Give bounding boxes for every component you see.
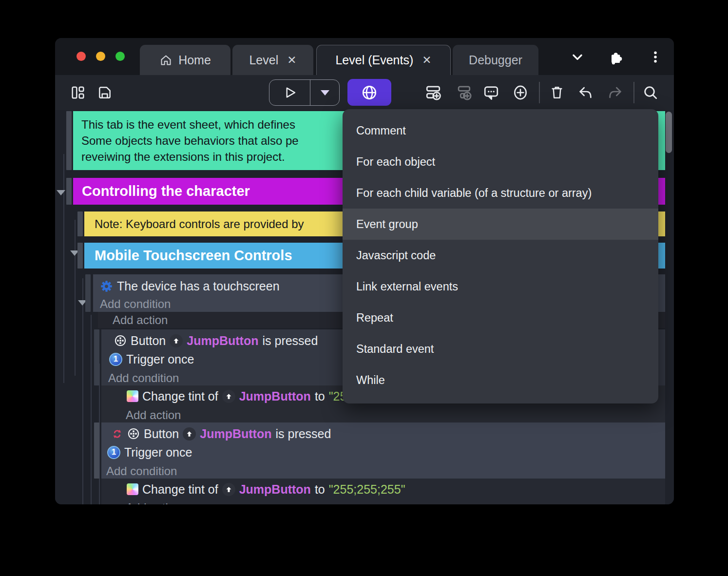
network-preview-button[interactable] — [347, 79, 391, 106]
action-row[interactable]: Change tint of JumpButton to "255;255;25… — [101, 480, 665, 499]
add-action-link[interactable]: Add action — [101, 501, 665, 504]
close-icon[interactable]: ✕ — [287, 54, 296, 67]
trigger-once-icon: 1 — [107, 446, 120, 459]
drag-handle[interactable] — [94, 422, 99, 479]
menu-item-repeat[interactable]: Repeat — [343, 302, 658, 333]
tab-home[interactable]: Home — [140, 45, 230, 75]
action-text: Change tint of — [142, 389, 218, 403]
add-subevent-icon[interactable] — [455, 84, 472, 101]
tree-line — [91, 315, 92, 504]
object-name: JumpButton — [187, 334, 258, 348]
add-condition-link[interactable]: Add condition — [101, 464, 665, 478]
toolbar — [55, 75, 674, 110]
context-menu: CommentFor each objectFor each child var… — [343, 109, 658, 403]
vertical-scrollbar-thumb[interactable] — [666, 112, 672, 153]
tint-palette-icon — [127, 483, 138, 495]
close-icon[interactable]: ✕ — [422, 54, 431, 67]
tree-line — [82, 278, 83, 504]
drag-handle[interactable] — [77, 211, 83, 236]
action-text: to — [315, 389, 325, 403]
preview-button-group — [269, 79, 340, 106]
redo-icon[interactable] — [607, 84, 623, 101]
tab-level-events[interactable]: Level (Events) ✕ — [316, 45, 451, 75]
delete-icon[interactable] — [549, 84, 565, 101]
add-event-icon[interactable] — [425, 84, 441, 101]
menu-item-while[interactable]: While — [343, 365, 658, 396]
menu-item-for-each-child-variable-of-a-structure-or-array-[interactable]: For each child variable (of a structure … — [343, 177, 658, 209]
action-value: "255;255;255" — [329, 482, 405, 497]
menu-item-javascript-code[interactable]: Javascript code — [343, 240, 658, 271]
drag-handle[interactable] — [66, 111, 72, 170]
toolbar-divider — [539, 82, 540, 103]
home-icon — [159, 54, 172, 67]
jumpbutton-object-icon — [170, 334, 183, 347]
search-icon[interactable] — [642, 84, 659, 101]
menu-item-link-external-events[interactable]: Link external events — [343, 271, 658, 302]
condition-row[interactable]: 1 Trigger once — [101, 443, 665, 461]
tint-palette-icon — [127, 390, 138, 402]
toolbar-divider — [633, 82, 634, 103]
window-maximize-button[interactable] — [115, 52, 125, 61]
undo-icon[interactable] — [577, 84, 594, 101]
menu-item-standard-event[interactable]: Standard event — [343, 333, 658, 365]
collapse-toggle-icon[interactable] — [57, 190, 65, 195]
action-text: Change tint of — [142, 482, 218, 497]
condition-text: Button — [131, 334, 166, 348]
object-name: JumpButton — [239, 389, 311, 403]
menu-item-event-group[interactable]: Event group — [343, 209, 658, 240]
add-action-link[interactable]: Add action — [101, 408, 665, 422]
condition-text: Trigger once — [126, 352, 194, 366]
object-name: JumpButton — [239, 482, 311, 497]
tabs-overflow-chevron-down-icon[interactable] — [569, 49, 586, 65]
caret-down-icon — [321, 90, 329, 96]
object-name: JumpButton — [200, 427, 271, 441]
play-button[interactable] — [269, 80, 310, 105]
tab-debugger[interactable]: Debugger — [453, 45, 538, 75]
play-options-button[interactable] — [310, 80, 339, 105]
tab-label: Home — [178, 53, 211, 67]
jumpbutton-object-icon — [222, 390, 235, 403]
event-jumpbutton-pressed-2[interactable]: Button JumpButton is pressed 1 Trigger o… — [101, 422, 665, 479]
action-change-tint-2[interactable]: Change tint of JumpButton to "255;255;25… — [101, 479, 665, 504]
condition-text: is pressed — [262, 334, 318, 348]
action-text: to — [315, 482, 325, 497]
project-manager-icon[interactable] — [70, 84, 86, 101]
drag-handle[interactable] — [94, 329, 99, 385]
tree-line — [63, 154, 64, 383]
window-minimize-button[interactable] — [96, 52, 105, 61]
extensions-puzzle-icon[interactable] — [607, 49, 624, 65]
jumpbutton-object-icon — [222, 483, 235, 496]
globe-icon — [361, 84, 378, 101]
trigger-once-icon: 1 — [109, 353, 122, 366]
tab-bar: Home Level ✕ Level (Events) ✕ Debugger — [55, 38, 674, 75]
add-circle-icon[interactable] — [512, 84, 529, 101]
button-dpad-icon — [127, 427, 140, 440]
condition-row[interactable]: Button JumpButton is pressed — [101, 424, 665, 443]
condition-text: Trigger once — [124, 445, 192, 460]
menu-item-comment[interactable]: Comment — [343, 115, 658, 146]
tree-line — [75, 220, 76, 376]
drag-handle[interactable] — [77, 243, 83, 269]
window-close-button[interactable] — [77, 52, 86, 61]
tab-level[interactable]: Level ✕ — [232, 45, 313, 75]
button-dpad-icon — [114, 334, 127, 347]
jumpbutton-object-icon — [183, 427, 196, 441]
more-options-kebab-icon[interactable] — [647, 49, 664, 65]
tab-label: Level — [249, 53, 278, 67]
condition-text: is pressed — [275, 427, 331, 441]
condition-text: Button — [144, 427, 179, 441]
desktop-background: Home Level ✕ Level (Events) ✕ Debugger — [0, 0, 728, 576]
drag-handle[interactable] — [85, 274, 91, 312]
save-icon[interactable] — [96, 84, 113, 101]
condition-text: The device has a touchscreen — [117, 279, 280, 293]
add-comment-icon[interactable] — [483, 84, 499, 101]
tab-label: Level (Events) — [335, 53, 413, 67]
swap-arrows-icon — [111, 428, 123, 440]
gear-icon — [100, 280, 113, 293]
drag-handle[interactable] — [66, 178, 72, 205]
tab-label: Debugger — [469, 53, 522, 67]
menu-item-for-each-object[interactable]: For each object — [343, 146, 658, 177]
